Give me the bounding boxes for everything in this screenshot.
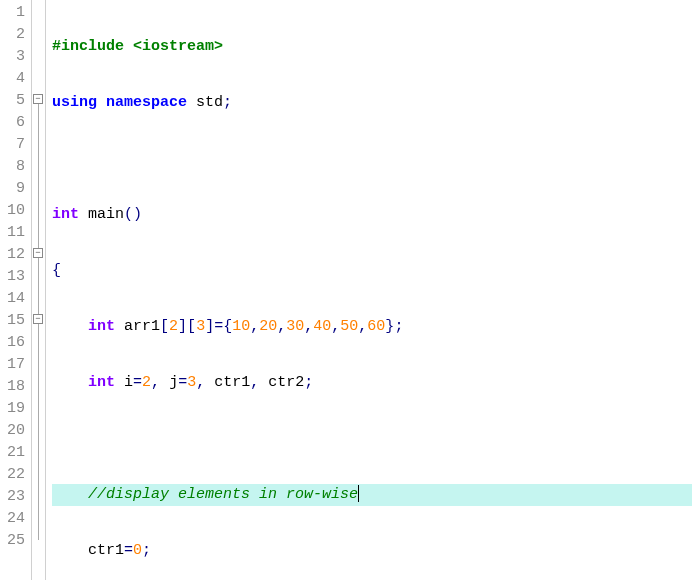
line-number[interactable]: 25 (6, 530, 25, 552)
line-number[interactable]: 17 (6, 354, 25, 376)
line-number[interactable]: 1 (6, 2, 25, 24)
line-number[interactable]: 19 (6, 398, 25, 420)
code-line[interactable] (52, 148, 692, 170)
line-number[interactable]: 12 (6, 244, 25, 266)
line-number[interactable]: 13 (6, 266, 25, 288)
fold-toggle-icon[interactable]: − (33, 248, 43, 258)
code-line[interactable]: #include <iostream> (52, 36, 692, 58)
line-number[interactable]: 22 (6, 464, 25, 486)
code-line[interactable] (52, 428, 692, 450)
preprocessor: #include (52, 38, 133, 55)
comment: //display elements in row-wise (88, 486, 358, 503)
type-keyword: int (88, 374, 115, 391)
line-number[interactable]: 4 (6, 68, 25, 90)
code-line[interactable]: using namespace std; (52, 92, 692, 114)
line-number[interactable]: 14 (6, 288, 25, 310)
code-editor: 1 2 3 4 5 6 7 8 9 10 11 12 13 14 15 16 1… (0, 0, 692, 580)
code-area[interactable]: #include <iostream> using namespace std;… (46, 0, 692, 580)
line-number[interactable]: 7 (6, 134, 25, 156)
line-number[interactable]: 15 (6, 310, 25, 332)
code-line[interactable]: ctr1=0; (52, 540, 692, 562)
line-number[interactable]: 9 (6, 178, 25, 200)
text-cursor (358, 485, 359, 502)
line-number[interactable]: 16 (6, 332, 25, 354)
line-number[interactable]: 2 (6, 24, 25, 46)
fold-toggle-icon[interactable]: − (33, 94, 43, 104)
code-line[interactable]: int main() (52, 204, 692, 226)
line-number[interactable]: 5 (6, 90, 25, 112)
header-name: <iostream> (133, 38, 223, 55)
line-number[interactable]: 24 (6, 508, 25, 530)
code-line[interactable]: int arr1[2][3]={10,20,30,40,50,60}; (52, 316, 692, 338)
code-line-active[interactable]: //display elements in row-wise (52, 484, 692, 506)
line-number[interactable]: 20 (6, 420, 25, 442)
line-number[interactable]: 6 (6, 112, 25, 134)
keyword: namespace (106, 94, 187, 111)
keyword: using (52, 94, 97, 111)
identifier: std (196, 94, 223, 111)
line-number-gutter: 1 2 3 4 5 6 7 8 9 10 11 12 13 14 15 16 1… (0, 0, 32, 580)
line-number[interactable]: 18 (6, 376, 25, 398)
type-keyword: int (88, 318, 115, 335)
identifier: arr1 (124, 318, 160, 335)
code-line[interactable]: { (52, 260, 692, 282)
line-number[interactable]: 3 (6, 46, 25, 68)
line-number[interactable]: 23 (6, 486, 25, 508)
identifier: main (88, 206, 124, 223)
line-number[interactable]: 11 (6, 222, 25, 244)
fold-toggle-icon[interactable]: − (33, 314, 43, 324)
fold-column: − − − (32, 0, 46, 580)
brace: { (52, 262, 61, 279)
line-number[interactable]: 21 (6, 442, 25, 464)
line-number[interactable]: 8 (6, 156, 25, 178)
line-number[interactable]: 10 (6, 200, 25, 222)
code-line[interactable]: int i=2, j=3, ctr1, ctr2; (52, 372, 692, 394)
type-keyword: int (52, 206, 79, 223)
